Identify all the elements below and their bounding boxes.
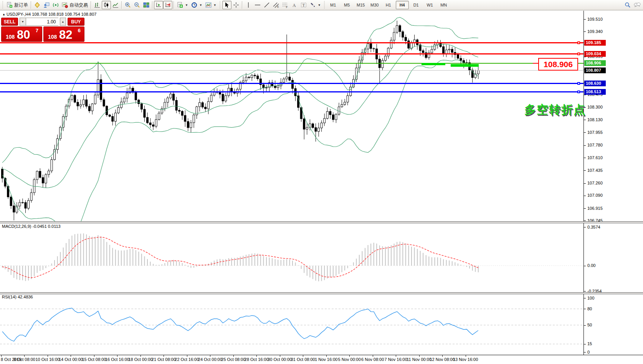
news-button[interactable]: [51, 1, 60, 9]
timeframe-d1[interactable]: D1: [410, 1, 423, 9]
trendline-button[interactable]: [262, 1, 271, 9]
chart-shift-icon: [165, 2, 171, 8]
horizontal-line-button[interactable]: [253, 1, 262, 9]
volume-input[interactable]: [26, 18, 58, 26]
candlestick-chart-button[interactable]: [102, 1, 111, 9]
arrows-button[interactable]: ▼: [308, 1, 322, 9]
time-axis-label: 31 Oct 08:00: [291, 357, 315, 362]
svg-text:F: F: [286, 6, 288, 8]
line-handle[interactable]: [577, 82, 580, 85]
buy-price-box[interactable]: 108 82 6: [43, 26, 84, 42]
timeframe-h4[interactable]: H4: [396, 1, 409, 9]
horizontal-line-object[interactable]: [0, 83, 583, 84]
macd-values: -0.0451 0.0113: [32, 224, 60, 229]
sell-button[interactable]: SELL: [1, 18, 18, 26]
zoom-out-button[interactable]: [132, 1, 142, 9]
time-axis-label: 16 Oct 16:00: [105, 357, 129, 362]
tile-windows-icon: [143, 2, 149, 8]
toolbar-grip[interactable]: [219, 1, 221, 9]
toolbar-grip[interactable]: [324, 1, 326, 9]
text-button[interactable]: A: [290, 1, 299, 9]
horizontal-line-object[interactable]: [0, 53, 583, 54]
search-icon: [625, 2, 631, 8]
auto-trading-button[interactable]: 自动交易: [60, 1, 89, 9]
line-handle[interactable]: [577, 53, 580, 55]
label-button[interactable]: T: [299, 1, 308, 9]
rsi-value: 42.4836: [18, 295, 33, 299]
cursor-button[interactable]: [222, 1, 231, 9]
periods-button[interactable]: ▼: [190, 1, 204, 9]
volume-increase-button[interactable]: ▲: [60, 18, 66, 26]
price-callout-box[interactable]: 108.906: [538, 58, 578, 71]
macd-axis-label: 0.00: [587, 263, 595, 268]
metaeditor-button[interactable]: [33, 1, 42, 9]
price-axis-label: 107.260: [587, 181, 603, 185]
horizontal-line-object[interactable]: [0, 63, 583, 64]
chat-button[interactable]: [632, 1, 642, 9]
timeframe-h1[interactable]: H1: [382, 1, 395, 9]
bar-chart-button[interactable]: [93, 1, 102, 9]
chart-shift-button[interactable]: [163, 1, 172, 9]
panel-separator[interactable]: [0, 292, 643, 294]
timeframe-m30[interactable]: M30: [368, 1, 381, 9]
price-line-badge: 109.034: [584, 51, 606, 57]
line-chart-button[interactable]: [111, 1, 120, 9]
new-order-button[interactable]: 新订单: [5, 1, 30, 9]
line-handle[interactable]: [577, 41, 580, 44]
bar-chart-icon: [94, 2, 100, 8]
highlight-zone[interactable]: [451, 64, 479, 67]
timeframe-m5[interactable]: M5: [341, 1, 354, 9]
templates-button[interactable]: ▼: [204, 1, 218, 9]
time-axis-label: 21 Oct 08:00: [152, 357, 176, 362]
clock-icon: [191, 2, 197, 8]
volume-decrease-button[interactable]: ▼: [20, 18, 26, 26]
equidistant-channel-button[interactable]: E: [271, 1, 281, 9]
svg-text:E: E: [277, 5, 279, 8]
rsi-axis-label: 50: [587, 323, 592, 327]
highlight-zone[interactable]: [422, 63, 445, 65]
turning-point-annotation[interactable]: 多空转折点: [524, 102, 586, 118]
horizontal-line-object[interactable]: [0, 91, 583, 92]
timeframe-m15[interactable]: M15: [354, 1, 367, 9]
timeframe-w1[interactable]: W1: [423, 1, 436, 9]
rsi-canvas[interactable]: [0, 294, 583, 354]
templates-icon: [205, 2, 212, 8]
vertical-line-button[interactable]: [244, 1, 253, 9]
current-price-badge: 108.807: [584, 68, 606, 73]
horizontal-line-object[interactable]: [0, 42, 583, 43]
symbol-info-bar: ▲USDJPY-,H4 108.768 108.818 108.754 108.…: [2, 12, 96, 16]
fibonacci-button[interactable]: F: [281, 1, 290, 9]
time-axis-label: 24 Oct 00:00: [198, 357, 222, 362]
toolbar-grip[interactable]: [2, 1, 4, 9]
profile-button[interactable]: [42, 1, 51, 9]
buy-button[interactable]: BUY: [68, 18, 84, 26]
sell-price-box[interactable]: 108 80 7: [1, 26, 42, 42]
panel-separator[interactable]: [0, 221, 643, 223]
tile-windows-button[interactable]: [142, 1, 151, 9]
toolbar-separator: [152, 1, 153, 9]
price-axis-label: 107.955: [587, 130, 603, 135]
chevron-down-icon: ▼: [213, 3, 217, 7]
timeframe-mn[interactable]: MN: [437, 1, 450, 9]
one-click-trading-panel: SELL ▼ ▲ BUY 108 80 7 108 82 6: [1, 18, 84, 42]
line-handle[interactable]: [577, 91, 580, 93]
price-axis-label: 109.510: [587, 17, 603, 21]
timeframe-m1[interactable]: M1: [327, 1, 340, 9]
svg-text:T: T: [302, 3, 305, 7]
indicators-button[interactable]: ▼: [175, 1, 190, 9]
search-button[interactable]: [623, 1, 632, 9]
time-axis-label: 15 Oct 08:00: [82, 357, 106, 362]
toolbar-separator: [31, 1, 31, 9]
time-axis-label: 1 Nov 16:00: [315, 357, 337, 362]
auto-scroll-button[interactable]: [154, 1, 163, 9]
timeframe-group: M1M5M15M30H1H4D1W1MN: [327, 1, 450, 9]
macd-canvas[interactable]: [0, 223, 583, 293]
profile-icon: [43, 2, 50, 8]
time-axis-label: 6 Nov 08:00: [361, 357, 384, 362]
zoom-in-icon: [125, 2, 131, 8]
price-line-badge: 108.513: [584, 89, 606, 95]
zoom-in-button[interactable]: [123, 1, 132, 9]
time-axis-label: 25 Oct 08:00: [221, 357, 245, 362]
crosshair-button[interactable]: [231, 1, 241, 9]
time-axis-label: 13 Nov 16:00: [453, 357, 478, 362]
